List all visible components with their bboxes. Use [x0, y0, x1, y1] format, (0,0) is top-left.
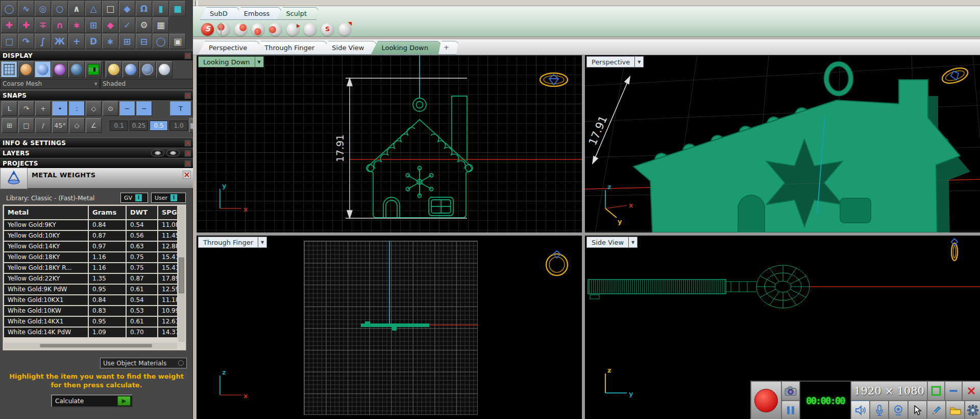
mesh-quality-dropdown[interactable]: Coarse Mesh ▼: [0, 79, 100, 89]
toolbar-icon[interactable]: ▮: [153, 1, 169, 16]
toolbar-icon[interactable]: Ж: [52, 34, 68, 49]
microphone-button[interactable]: [870, 401, 889, 419]
snap-increment-button[interactable]: 0.5: [150, 121, 168, 131]
display-section-header[interactable]: DISPLAY ×: [0, 50, 193, 60]
layers-section-header[interactable]: LAYERS ×: [0, 148, 193, 158]
snap-increment-button[interactable]: 1.0: [169, 121, 188, 131]
viewport-tab[interactable]: Through Finger: [254, 41, 327, 55]
snap-icon[interactable]: +: [35, 101, 51, 116]
snap-icon[interactable]: −: [136, 101, 152, 116]
region-select-button[interactable]: [927, 381, 945, 401]
sculpt-tool-icon[interactable]: [338, 23, 351, 36]
snap-icon[interactable]: :: [69, 101, 85, 116]
toolbar-icon[interactable]: ◆: [102, 17, 118, 33]
snap-icon[interactable]: /: [35, 118, 51, 133]
display-mode-icon[interactable]: [68, 61, 85, 78]
screenshot-button[interactable]: [781, 381, 800, 401]
snap-increment-button[interactable]: 0.25: [130, 121, 148, 131]
snap-icon[interactable]: 45°: [52, 118, 68, 133]
viewport-tab[interactable]: Looking Down: [371, 41, 441, 55]
table-row[interactable]: White Gold:10KX1 0.84 0.54 11.18: [4, 295, 177, 305]
view-compass-icon[interactable]: [951, 239, 958, 261]
toolbar-icon[interactable]: ◎: [35, 1, 51, 16]
toolbar-icon[interactable]: D: [85, 34, 102, 49]
view-compass-icon[interactable]: [546, 251, 568, 275]
render-material-icon[interactable]: [156, 61, 173, 78]
settings-button[interactable]: [965, 401, 980, 419]
use-object-materials-button[interactable]: Use Object Materials: [100, 358, 187, 368]
calculate-button[interactable]: Calculate ▶: [51, 394, 133, 407]
ribbon-tab[interactable]: Sculpt: [276, 7, 318, 20]
webcam-button[interactable]: [889, 401, 908, 419]
toolbar-icon[interactable]: Ω: [136, 1, 152, 16]
toolbar-icon[interactable]: ∫: [35, 34, 51, 49]
sculpt-tool-icon[interactable]: [286, 23, 299, 36]
metal-weights-header[interactable]: METAL WEIGHTS ×: [0, 168, 193, 188]
sculpt-tool-icon[interactable]: [252, 23, 264, 36]
table-row[interactable]: White Gold:9K PdW 0.95 0.61 12.59: [4, 285, 177, 294]
table-row[interactable]: Yellow Gold:18KY 1.16 0.75 15.41: [4, 252, 177, 262]
sculpt-tool-icon[interactable]: [201, 23, 214, 36]
toolbar-icon[interactable]: ∩: [52, 17, 68, 33]
snap-icon[interactable]: ⊞: [2, 118, 17, 133]
toolbar-icon[interactable]: △: [85, 1, 102, 16]
close-icon[interactable]: ×: [183, 171, 191, 179]
snap-icon[interactable]: ◇: [86, 101, 102, 116]
viewport-label[interactable]: Through Finger ▼: [198, 237, 267, 248]
minimize-button[interactable]: [945, 381, 962, 401]
snap-icon[interactable]: •: [52, 101, 68, 116]
toolbar-icon[interactable]: ∓: [35, 17, 51, 33]
gv-toggle-button[interactable]: GV I: [120, 193, 148, 203]
ribbon-tab[interactable]: Emboss: [234, 7, 282, 20]
toolbar-icon[interactable]: ◯: [1, 1, 17, 16]
viewport-tab[interactable]: Side View: [321, 41, 377, 55]
toolbar-icon[interactable]: ∗: [68, 17, 85, 33]
render-material-icon[interactable]: [139, 61, 156, 78]
snap-increment-button[interactable]: 0.1: [110, 121, 128, 131]
info-settings-section-header[interactable]: INFO & SETTINGS ×: [0, 137, 193, 148]
toolbar-icon[interactable]: □: [1, 34, 17, 49]
vertical-scrollbar[interactable]: [178, 206, 185, 342]
close-icon[interactable]: ×: [184, 160, 191, 167]
viewport-looking-down[interactable]: Looking Down ▼: [197, 55, 582, 232]
sculpt-tool-icon[interactable]: [269, 23, 282, 36]
draw-button[interactable]: [927, 401, 946, 419]
close-icon[interactable]: ×: [184, 139, 191, 147]
snap-icon[interactable]: □: [18, 118, 34, 133]
snap-icon[interactable]: ∠: [86, 118, 102, 133]
projects-section-header[interactable]: PROJECTS ×: [0, 158, 193, 168]
display-mode-icon[interactable]: [1, 61, 17, 78]
toolbar-icon[interactable]: ◯: [153, 34, 169, 49]
viewport-tab[interactable]: Perspective: [198, 41, 260, 55]
speaker-button[interactable]: [851, 401, 870, 419]
toolbar-icon[interactable]: +: [68, 34, 85, 49]
toolbar-icon[interactable]: ∿: [18, 1, 34, 16]
table-row[interactable]: Yellow Gold:10KY 0.87 0.56 11.45: [4, 231, 177, 241]
sculpt-tool-icon[interactable]: [321, 23, 334, 36]
view-compass-icon[interactable]: [540, 73, 568, 86]
viewport-perspective[interactable]: Perspective ▼: [585, 55, 980, 232]
viewport-label[interactable]: Side View ▼: [586, 237, 638, 248]
render-material-icon[interactable]: [106, 61, 122, 78]
table-row[interactable]: Yellow Gold:9KY 0.84 0.54 11.08: [4, 220, 177, 230]
table-row[interactable]: Yellow Gold:22KY 1.35 0.87 17.89: [4, 274, 177, 284]
display-mode-icon[interactable]: [85, 61, 102, 78]
perspective-canvas[interactable]: 17.91 z x y: [585, 55, 980, 232]
close-recorder-button[interactable]: [962, 381, 980, 401]
toolbar-icon[interactable]: ✚: [1, 17, 17, 33]
view-compass-icon[interactable]: [940, 65, 969, 86]
toolbar-icon[interactable]: □: [102, 1, 118, 16]
open-folder-button[interactable]: [946, 401, 965, 419]
toolbar-icon[interactable]: ⊞: [119, 34, 135, 49]
close-icon[interactable]: ×: [184, 150, 191, 157]
toolbar-icon[interactable]: ◆: [119, 1, 135, 16]
snap-icon[interactable]: ⊙: [103, 101, 118, 116]
pause-button[interactable]: [781, 401, 800, 419]
toolbar-icon[interactable]: ∗: [102, 34, 118, 49]
toolbar-icon[interactable]: ■: [169, 1, 186, 16]
render-material-icon[interactable]: [122, 61, 139, 78]
table-row[interactable]: Yellow Gold:18KY R... 1.16 0.75 15.41: [4, 263, 177, 273]
toolbar-icon[interactable]: ✚: [18, 17, 34, 33]
eye-icon[interactable]: [166, 150, 180, 156]
sculpt-tool-icon[interactable]: [217, 23, 230, 36]
